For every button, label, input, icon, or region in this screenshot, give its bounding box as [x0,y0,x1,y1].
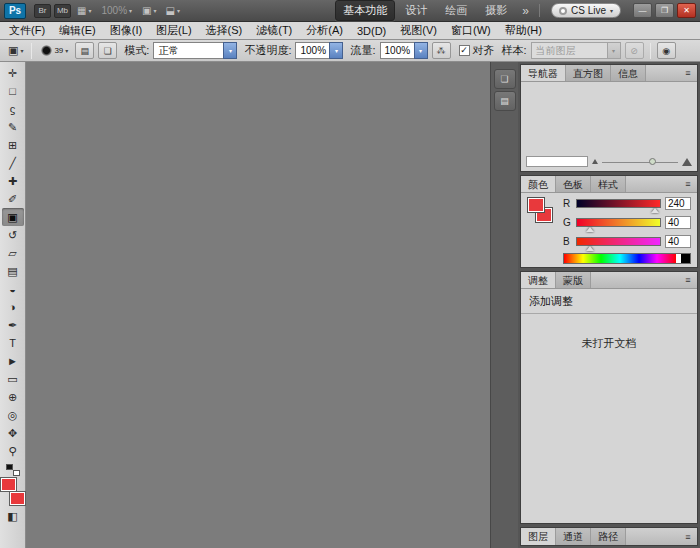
screen-mode-button[interactable]: ⬓ ▾ [163,5,183,16]
tab-路径[interactable]: 路径 [591,528,626,545]
clone-stamp-tool[interactable]: ▣ [2,208,24,226]
panel-menu-icon[interactable]: ≡ [679,528,697,545]
cs-live-button[interactable]: CS Live ▾ [551,3,621,18]
restore-button[interactable]: ❐ [655,3,674,18]
tab-色板[interactable]: 色板 [556,176,591,192]
rectangle-tool[interactable]: ▭ [2,370,24,388]
channel-slider[interactable] [576,199,661,208]
slider-thumb[interactable] [586,246,594,251]
spectrum-gradient[interactable] [564,254,676,263]
lasso-tool[interactable]: ϛ [2,100,24,118]
menu-图层(L)[interactable]: 图层(L) [149,21,198,40]
toggle-clone-source-panel-button[interactable]: ❏ [98,42,117,59]
workspace-摄影[interactable]: 摄影 [477,0,515,21]
background-swatch[interactable] [10,492,25,505]
foreground-swatch-panel[interactable] [528,198,544,212]
panel-menu-icon[interactable]: ≡ [679,176,697,192]
gradient-tool[interactable]: ▤ [2,262,24,280]
launch-bridge-button[interactable]: Br [34,4,51,18]
navigator-zoom-slider[interactable] [602,157,678,167]
menu-滤镜(T)[interactable]: 滤镜(T) [249,21,299,40]
zoom-level-button[interactable]: 100% ▾ [97,5,136,16]
type-tool[interactable]: T [2,334,24,352]
collapsed-panel-button-1[interactable]: ❏ [494,69,516,89]
menu-视图(V)[interactable]: 视图(V) [393,21,444,40]
color-spectrum-ramp[interactable] [563,253,691,264]
tablet-pressure-button[interactable]: ◉ [657,42,676,59]
zoom-in-icon[interactable] [682,158,692,166]
slider-popup-icon[interactable]: ▾ [329,42,343,59]
quick-mask-button[interactable]: ◧ [2,507,24,525]
collapsed-panel-button-2[interactable]: ▤ [494,91,516,111]
chevron-down-icon[interactable]: ▾ [223,42,237,59]
mode-select[interactable]: 正常 ▾ [153,42,237,59]
history-brush-tool[interactable]: ↺ [2,226,24,244]
brush-preset-picker[interactable]: 39 ▾ [38,45,71,56]
default-colors-icon[interactable] [6,464,20,476]
launch-mini-bridge-button[interactable]: Mb [54,4,71,18]
move-tool[interactable]: ✛ [2,64,24,82]
slider-thumb[interactable] [649,158,656,165]
airbrush-button[interactable]: ⁂ [432,42,451,59]
tab-通道[interactable]: 通道 [556,528,591,545]
zoom-out-icon[interactable] [592,159,598,164]
3d-rotate-tool[interactable]: ⊕ [2,388,24,406]
toggle-brush-panel-button[interactable]: ▤ [75,42,94,59]
pen-tool[interactable]: ✒ [2,316,24,334]
slider-thumb[interactable] [651,208,659,213]
menu-选择(S)[interactable]: 选择(S) [199,21,250,40]
menu-窗口(W)[interactable]: 窗口(W) [444,21,498,40]
workspace-基本功能[interactable]: 基本功能 [335,0,395,21]
3d-orbit-tool[interactable]: ◎ [2,406,24,424]
path-selection-tool[interactable]: ► [2,352,24,370]
menu-编辑(E)[interactable]: 编辑(E) [52,21,103,40]
brush-tool[interactable]: ✐ [2,190,24,208]
menu-文件(F)[interactable]: 文件(F) [2,21,52,40]
menu-分析(A)[interactable]: 分析(A) [299,21,350,40]
tab-直方图[interactable]: 直方图 [566,65,611,81]
channel-value-input[interactable]: 40 [665,235,691,248]
slider-popup-icon[interactable]: ▾ [414,42,428,59]
navigator-zoom-field[interactable] [526,156,588,167]
crop-tool[interactable]: ⊞ [2,136,24,154]
zoom-tool[interactable]: ⚲ [2,442,24,460]
sample-select[interactable]: 当前图层 ▾ [531,42,621,59]
eraser-tool[interactable]: ▱ [2,244,24,262]
foreground-swatch[interactable] [1,478,16,491]
aligned-checkbox[interactable]: ✓ 对齐 [459,43,495,58]
workspace-绘画[interactable]: 绘画 [437,0,475,21]
slider-thumb[interactable] [586,227,594,232]
spectrum-black-swatch[interactable] [681,254,690,263]
tab-颜色[interactable]: 颜色 [521,176,556,192]
tab-样式[interactable]: 样式 [591,176,626,192]
tab-信息[interactable]: 信息 [611,65,646,81]
menu-图像(I)[interactable]: 图像(I) [103,21,149,40]
channel-value-input[interactable]: 40 [665,216,691,229]
opacity-input[interactable]: 100% ▾ [295,42,343,59]
close-button[interactable]: ✕ [677,3,696,18]
tool-preset-picker[interactable]: ▣ ▾ [6,44,25,57]
spot-healing-brush-tool[interactable]: ✚ [2,172,24,190]
panel-menu-icon[interactable]: ≡ [679,65,697,81]
canvas-area[interactable] [26,62,490,548]
quick-selection-tool[interactable]: ✎ [2,118,24,136]
tab-图层[interactable]: 图层 [521,528,556,545]
tab-调整[interactable]: 调整 [521,272,556,288]
menu-3D(D)[interactable]: 3D(D) [350,23,393,39]
rectangular-marquee-tool[interactable]: □ [2,82,24,100]
channel-slider[interactable] [576,218,661,227]
arrange-documents-button[interactable]: ▣ ▾ [139,5,159,16]
hand-tool[interactable]: ✥ [2,424,24,442]
tab-蒙版[interactable]: 蒙版 [556,272,591,288]
minimize-button[interactable]: — [633,3,652,18]
tab-导航器[interactable]: 导航器 [521,65,566,81]
dodge-tool[interactable]: ◑ [2,298,24,316]
channel-slider[interactable] [576,237,661,246]
workspace-overflow-button[interactable]: » [518,4,533,18]
menu-帮助(H)[interactable]: 帮助(H) [498,21,549,40]
panel-menu-icon[interactable]: ≡ [679,272,697,288]
eyedropper-tool[interactable]: ╱ [2,154,24,172]
blur-tool[interactable]: ◒ [2,280,24,298]
checkbox-checked-icon[interactable]: ✓ [459,45,470,56]
flow-input[interactable]: 100% ▾ [380,42,428,59]
